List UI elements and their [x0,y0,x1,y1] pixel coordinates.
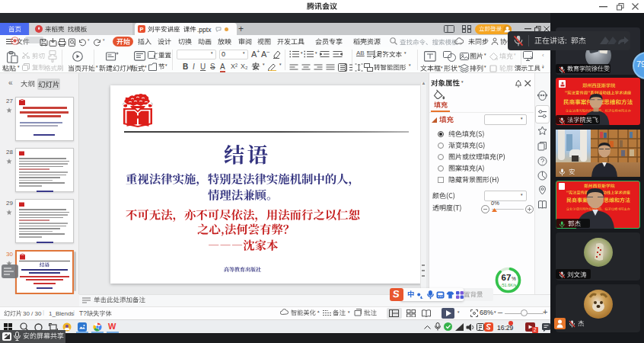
svg-text:P: P [139,26,143,33]
svg-text:%: % [512,276,516,281]
svg-text:↓51.6K/s: ↓51.6K/s [500,283,517,287]
svg-text:67: 67 [502,273,512,282]
